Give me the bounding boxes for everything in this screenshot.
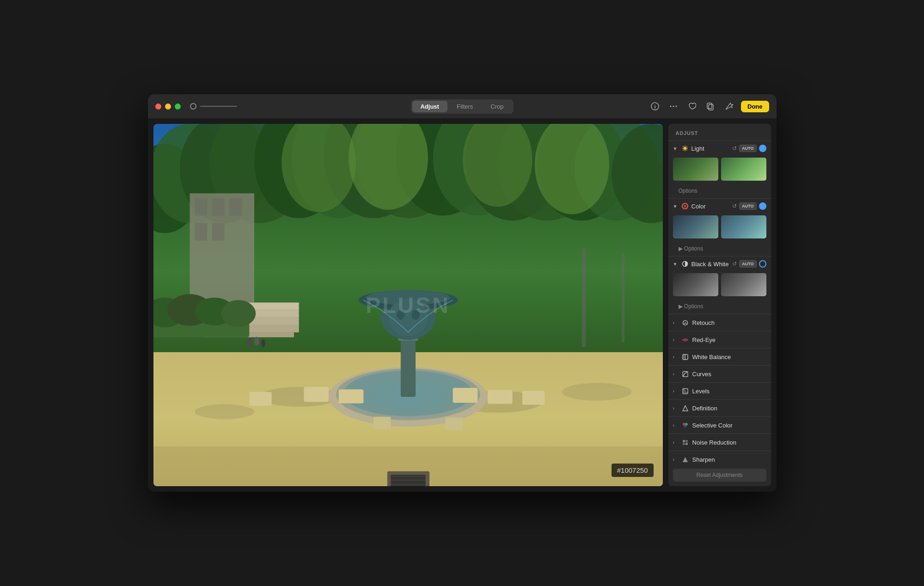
color-toggle[interactable]	[759, 202, 766, 210]
svg-line-89	[686, 146, 687, 147]
light-reset-icon[interactable]: ↺	[732, 145, 737, 152]
levels-title: Levels	[692, 388, 766, 395]
color-header[interactable]: ▼ Color ↺ AUTO	[668, 199, 771, 214]
color-thumbnails	[668, 214, 771, 242]
svg-rect-29	[195, 198, 207, 216]
retouch-title: Retouch	[692, 319, 766, 326]
reset-adjustments-button[interactable]: Reset Adjustments	[673, 469, 766, 482]
light-toggle[interactable]	[759, 145, 766, 152]
white-balance-item[interactable]: › White Balance	[668, 348, 771, 366]
svg-rect-99	[683, 354, 685, 360]
retouch-chevron-icon: ›	[673, 320, 679, 325]
bw-header[interactable]: ▼ Black & White ↺ AUTO	[668, 256, 771, 271]
definition-item[interactable]: › Definition	[668, 400, 771, 417]
svg-rect-102	[683, 392, 687, 393]
svg-point-92	[684, 205, 686, 208]
sharpen-item[interactable]: › Sharpen	[668, 451, 771, 464]
color-controls: ↺ AUTO	[732, 202, 766, 210]
curves-title: Curves	[692, 371, 766, 378]
tab-filters[interactable]: Filters	[448, 101, 481, 112]
bw-chevron-icon: ▼	[673, 262, 679, 267]
svg-rect-64	[487, 390, 512, 404]
light-header[interactable]: ▼	[668, 141, 771, 156]
color-circle-icon	[681, 202, 689, 210]
selective-color-title: Selective Color	[692, 422, 766, 429]
color-thumb-after[interactable]	[721, 215, 766, 238]
svg-rect-111	[683, 443, 685, 445]
definition-chevron-icon: ›	[673, 406, 679, 411]
red-eye-item[interactable]: › Red-Eye	[668, 331, 771, 348]
close-button[interactable]	[155, 104, 161, 110]
tab-adjust[interactable]: Adjust	[412, 101, 447, 112]
light-options-row[interactable]: Options	[668, 184, 771, 198]
info-button[interactable]: i	[649, 100, 661, 113]
more-button[interactable]	[667, 100, 680, 113]
svg-line-87	[683, 146, 684, 147]
svg-point-2	[670, 106, 672, 107]
brightness-slider	[190, 103, 237, 110]
light-controls: ↺ AUTO	[732, 145, 766, 152]
color-options-row[interactable]: ▶ Options	[668, 242, 771, 256]
light-section: ▼	[668, 141, 771, 199]
sharpen-title: Sharpen	[692, 456, 766, 463]
light-options-label: Options	[679, 188, 698, 194]
bw-thumb-after[interactable]	[721, 273, 766, 296]
done-button[interactable]: Done	[741, 101, 769, 112]
svg-point-82	[684, 147, 686, 150]
retouch-item[interactable]: › Retouch	[668, 314, 771, 331]
color-reset-icon[interactable]: ↺	[732, 203, 737, 209]
svg-rect-30	[212, 198, 224, 216]
curves-icon	[681, 370, 690, 378]
maximize-button[interactable]	[175, 104, 181, 110]
sharpen-chevron-icon: ›	[673, 457, 679, 462]
tab-crop[interactable]: Crop	[482, 101, 512, 112]
duplicate-button[interactable]	[704, 100, 717, 113]
svg-marker-113	[683, 457, 688, 462]
svg-point-43	[221, 300, 256, 327]
selective-color-item[interactable]: › Selective Color	[668, 417, 771, 434]
bw-toggle[interactable]	[759, 260, 766, 268]
bw-options-label: ▶ Options	[679, 303, 704, 310]
panel-scroll[interactable]: ▼	[668, 141, 771, 464]
minimize-button[interactable]	[165, 104, 171, 110]
svg-rect-62	[338, 390, 363, 403]
white-balance-icon	[681, 353, 690, 361]
bw-options-row[interactable]: ▶ Options	[668, 300, 771, 314]
light-thumb-before[interactable]	[673, 158, 718, 181]
svg-point-96	[685, 339, 686, 340]
bw-reset-icon[interactable]: ↺	[732, 261, 737, 267]
svg-point-49	[195, 404, 254, 419]
adjust-panel: ADJUST ▼	[668, 124, 771, 486]
selective-color-icon	[681, 421, 690, 429]
red-eye-icon	[681, 336, 690, 344]
svg-rect-32	[195, 223, 207, 241]
curves-item[interactable]: › Curves	[668, 366, 771, 383]
favorite-button[interactable]	[685, 100, 698, 113]
svg-rect-67	[373, 417, 391, 429]
svg-line-90	[683, 150, 684, 151]
panel-title: ADJUST	[668, 124, 771, 141]
noise-reduction-item[interactable]: › Noise Reduction	[668, 434, 771, 451]
bw-auto-badge[interactable]: AUTO	[739, 260, 756, 268]
bw-section: ▼ Black & White ↺ AUTO	[668, 256, 771, 314]
color-thumb-before[interactable]	[673, 215, 718, 238]
bw-thumb-before[interactable]	[673, 273, 718, 296]
svg-rect-6	[707, 103, 712, 109]
svg-point-71	[261, 339, 265, 347]
red-eye-title: Red-Eye	[692, 336, 766, 343]
light-thumb-after[interactable]	[721, 158, 766, 181]
light-sun-icon	[681, 145, 689, 152]
light-title: Light	[691, 145, 730, 152]
titlebar-right: i	[649, 100, 769, 113]
levels-item[interactable]: › Levels	[668, 383, 771, 400]
magic-button[interactable]	[722, 100, 735, 113]
svg-rect-63	[453, 388, 477, 403]
svg-rect-53	[400, 337, 415, 397]
svg-rect-109	[683, 440, 685, 442]
slider-track	[200, 106, 237, 107]
light-auto-badge[interactable]: AUTO	[739, 145, 756, 152]
svg-rect-68	[445, 418, 463, 430]
bw-thumbnails	[668, 271, 771, 300]
noise-reduction-title: Noise Reduction	[692, 439, 766, 446]
color-auto-badge[interactable]: AUTO	[739, 202, 756, 210]
